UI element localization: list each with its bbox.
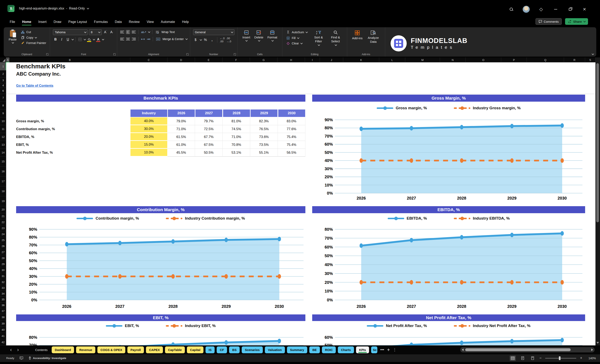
row-header-41[interactable]: 41 <box>0 333 6 339</box>
sheet-tab-sc[interactable]: Sc <box>371 346 377 353</box>
table-value-cell[interactable]: 73.6% <box>250 133 278 141</box>
sheet-tab-be[interactable]: BE <box>309 346 320 353</box>
row-header-35[interactable]: 35 <box>0 297 6 302</box>
scroll-down-arrow-icon[interactable] <box>597 342 599 344</box>
zoom-level[interactable]: 140% <box>586 356 596 360</box>
column-header-K[interactable]: K <box>343 57 379 62</box>
row-header-42[interactable]: 42 <box>0 339 6 346</box>
wrap-text-label[interactable]: Wrap Text <box>161 30 175 34</box>
table-value-cell[interactable]: 67.5% <box>195 141 223 149</box>
sheet-tab-contents[interactable]: Contents <box>33 346 50 353</box>
row-header-8[interactable]: 8 <box>0 102 6 109</box>
sheet-tab-summary[interactable]: Summary <box>287 346 307 353</box>
font-size-select[interactable]: 8 <box>89 29 102 35</box>
page-break-view-icon[interactable] <box>529 355 536 361</box>
table-industry-cell[interactable]: 15.0% <box>131 141 167 149</box>
sheet-tab-charts[interactable]: Charts <box>338 346 354 353</box>
merge-center-label[interactable]: Merge & Center <box>162 37 184 41</box>
column-header-D[interactable]: D <box>168 57 195 62</box>
table-value-cell[interactable]: 75.4% <box>278 141 305 149</box>
row-header-40[interactable]: 40 <box>0 327 6 333</box>
table-value-cell[interactable]: 73.5% <box>250 141 278 149</box>
select-all-corner[interactable] <box>0 57 6 62</box>
normal-view-icon[interactable] <box>510 355 516 361</box>
sheet-tab-captable[interactable]: CapTable <box>165 346 185 353</box>
sheet-tab-revenue[interactable]: Revenue <box>76 346 95 353</box>
wrap-text-icon[interactable] <box>155 29 160 35</box>
menu-tab-help[interactable]: Help <box>178 19 192 25</box>
table-value-cell[interactable]: 56.5% <box>278 149 305 157</box>
align-top-icon[interactable] <box>120 30 124 34</box>
table-row-label[interactable]: EBIT, % <box>16 141 128 149</box>
menu-tab-automate[interactable]: Automate <box>157 19 178 25</box>
display-settings-icon[interactable] <box>20 356 23 360</box>
page-layout-view-icon[interactable] <box>520 355 526 361</box>
menu-tab-home[interactable]: Home <box>19 19 35 25</box>
row-header-16[interactable]: 16 <box>0 166 6 176</box>
column-header-O[interactable]: O <box>466 57 501 62</box>
ebitda-chart[interactable]: EBITDA, %EBITDA, %Industry EBITDA, %0%10… <box>312 206 585 315</box>
row-header-21[interactable]: 21 <box>0 213 6 219</box>
row-header-13[interactable]: 13 <box>0 141 6 149</box>
find-select-button[interactable]: Find & Select <box>327 29 344 47</box>
row-header-31[interactable]: 31 <box>0 273 6 279</box>
row-header-1[interactable]: 1 <box>0 62 6 71</box>
number-format-select[interactable]: General <box>193 29 234 35</box>
column-header-L[interactable]: L <box>379 57 405 62</box>
sheet-tab-dashboard[interactable]: Dashboard <box>52 346 74 353</box>
table-value-cell[interactable]: 61.5% <box>168 133 195 141</box>
minimize-button[interactable] <box>553 6 559 12</box>
table-value-cell[interactable]: 74.5% <box>223 125 250 133</box>
row-header-12[interactable]: 12 <box>0 133 6 141</box>
read-only-badge[interactable]: Read-Only <box>69 7 85 10</box>
merge-center-icon[interactable] <box>156 36 161 42</box>
accessibility-status[interactable]: Accessibility: Investigate <box>28 356 66 360</box>
format-painter-button[interactable]: Format Painter <box>20 41 47 45</box>
table-column-header-2026[interactable]: 2026 <box>168 109 195 117</box>
decrease-decimal-button[interactable]: .00→.0 <box>226 37 231 43</box>
column-header-G[interactable]: G <box>250 57 277 62</box>
chevron-down-icon[interactable] <box>87 7 89 9</box>
vertical-scrollbar-thumb[interactable] <box>596 63 599 222</box>
table-industry-cell[interactable]: 30.0% <box>131 125 167 133</box>
avatar[interactable] <box>523 6 530 13</box>
table-value-cell[interactable]: 79.0% <box>168 117 195 125</box>
table-value-cell[interactable]: 81.0% <box>223 117 250 125</box>
search-button[interactable] <box>508 6 514 12</box>
row-header-11[interactable]: 11 <box>0 125 6 133</box>
zoom-slider[interactable] <box>545 358 576 358</box>
column-header-Q[interactable]: Q <box>527 57 564 62</box>
fill-color-button[interactable] <box>87 37 92 42</box>
column-header-F[interactable]: F <box>223 57 250 62</box>
table-value-cell[interactable]: 76.5% <box>250 125 278 133</box>
row-header-20[interactable]: 20 <box>0 206 6 213</box>
underline-button[interactable]: U <box>65 37 70 42</box>
column-header-J[interactable]: J <box>320 57 343 62</box>
sheet-menu-button[interactable]: ⋮ <box>393 347 397 352</box>
delete-cells-button[interactable]: Delete <box>252 29 265 42</box>
table-row-label[interactable]: Gross margin, % <box>16 117 128 125</box>
row-header-26[interactable]: 26 <box>0 243 6 249</box>
row-header-22[interactable]: 22 <box>0 219 6 225</box>
row-header-3[interactable]: 3 <box>0 77 6 83</box>
contribution-margin-chart[interactable]: Contribution Margin, %Contribution margi… <box>16 206 305 315</box>
format-cells-button[interactable]: Format <box>265 29 279 42</box>
row-header-32[interactable]: 32 <box>0 279 6 285</box>
horizontal-scrollbar[interactable] <box>460 347 595 352</box>
more-sheets-button[interactable]: ••• <box>380 348 384 352</box>
column-header-E[interactable]: E <box>195 57 223 62</box>
autosum-button[interactable]: Σ AutoSum <box>285 30 308 35</box>
font-family-select[interactable]: Tahoma <box>53 29 88 35</box>
copy-button[interactable]: Copy <box>20 35 47 40</box>
align-left-icon[interactable] <box>120 37 124 41</box>
column-header-P[interactable]: P <box>501 57 527 62</box>
row-header-7[interactable]: 7 <box>0 94 6 102</box>
column-header-N[interactable]: N <box>440 57 466 62</box>
menu-tab-review[interactable]: Review <box>125 19 143 25</box>
row-header-6[interactable]: 6 <box>0 88 6 94</box>
menu-tab-data[interactable]: Data <box>111 19 125 25</box>
table-value-cell[interactable]: 45.5% <box>168 149 195 157</box>
analyze-data-button[interactable]: Analyze Data <box>365 29 382 45</box>
table-value-cell[interactable]: 55.1% <box>250 149 278 157</box>
table-value-cell[interactable]: 72.5% <box>195 125 223 133</box>
